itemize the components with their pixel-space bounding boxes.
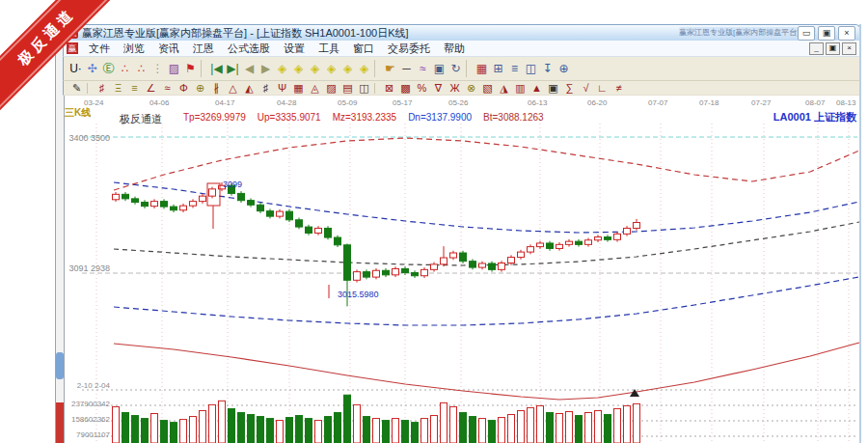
pattern-box-icon[interactable]: ▨ [166,60,182,78]
diamond-cross-icon[interactable]: ◈ [339,60,356,78]
menu-item-1[interactable]: 浏览 [117,42,151,56]
date-tick-08-13: 08-13 [836,98,855,107]
date-tick-08-07: 08-07 [805,98,825,107]
menu-item-2[interactable]: 资讯 [151,42,186,56]
refresh-icon[interactable]: ↻ [448,60,464,78]
wave-tool-icon[interactable]: ≈ [159,82,176,95]
tri-dot-tool-icon[interactable]: ◬ [307,82,323,95]
menu-item-3[interactable]: 江恩 [186,42,221,56]
date-tick-07-07: 07-07 [648,98,667,107]
diamond-left-icon[interactable]: ◈ [274,60,290,78]
minimize-button[interactable]: ▭ [798,26,815,41]
nav-last-icon[interactable]: ▶| [225,60,241,78]
menu-item-4[interactable]: 公式选股 [221,42,277,56]
menu-item-5[interactable]: 设置 [277,42,312,56]
gann-fan-tool-icon[interactable]: Ж [447,82,463,95]
not-equal-tool-icon[interactable]: ≠ [610,82,627,95]
save-disk-icon[interactable]: ◫ [523,60,539,78]
dense-grid-tool-icon[interactable]: ▩ [397,82,414,95]
toolbar-separator [87,83,92,94]
date-tick-04-17: 04-17 [215,98,234,107]
bars-tool-icon[interactable]: ▥ [512,82,529,95]
pencil-tool-icon[interactable]: ✎ [68,82,85,95]
window-controls: ▭▣× [798,26,855,41]
triangle-tool-icon[interactable]: △ [225,82,241,95]
target-box-tool-icon[interactable]: ▣ [545,82,561,95]
circle-x-tool-icon[interactable]: ⊗ [463,82,479,95]
box-x-tool-icon[interactable]: ⊠ [381,82,397,95]
mdi-window-controls: _▣× [809,42,856,55]
hand-pointer-icon[interactable]: ☛ [382,60,398,78]
diamond-compress-icon[interactable]: ◈ [323,60,339,78]
toolbar-separator [201,60,205,77]
pane-label: 三K线 [65,106,91,120]
close-button[interactable]: × [838,26,855,41]
table-grid-icon[interactable]: ⊞ [490,60,506,78]
maximize-button[interactable]: ▣ [818,26,835,41]
indicator-value-0: Tp=3269.9979 [183,112,246,123]
hatch2-tool-icon[interactable]: ▧ [479,82,496,95]
menu-bar: 赢 文件浏览资讯江恩公式选股设置工具窗口交易委托帮助 _▣× [63,41,861,57]
tri-left-tool-icon[interactable]: ◭ [241,82,258,95]
band-tool-icon[interactable]: ▤ [339,82,356,95]
scroll-thumb-blue[interactable] [56,352,64,379]
gann-xi-tool-icon[interactable]: Ξ [110,82,126,95]
diamond-updown-icon[interactable]: ◈ [356,60,372,78]
toolbar-separator [466,60,471,77]
tri-right-tool-icon[interactable]: ◮ [496,82,512,95]
psi-tool-icon[interactable]: Ψ [274,82,290,95]
root-tool-icon[interactable]: √ [578,82,594,95]
sharp-tool-icon[interactable]: ♯ [258,82,274,95]
scroll-mark-red [56,402,64,443]
price-label-1: 3091 2938 [58,263,110,273]
scatter-dots-icon[interactable]: ∴ [117,60,133,78]
diamond-expand-icon[interactable]: ◈ [307,60,323,78]
indicator-label: 极反通道 [120,112,162,126]
window-box-icon[interactable]: ▣ [431,60,448,78]
nav-first-icon[interactable]: |◀ [208,60,225,78]
mdi-minimize-button[interactable]: _ [809,42,824,55]
indicator-value-3: Dn=3137.9900 [408,112,472,123]
circle-e-icon[interactable]: Ⓔ [100,60,117,78]
indicator-u-icon[interactable]: U· [68,60,84,78]
solid-tri-tool-icon[interactable]: ▲ [529,82,545,95]
flag-icon[interactable]: ⚑ [182,60,199,78]
line-segment-icon[interactable]: ─ [398,60,415,78]
angle-tool-icon[interactable]: ∠ [143,82,159,95]
grid-tool-icon[interactable]: ♯ [94,82,110,95]
parallel-tool-icon[interactable]: ∦ [208,82,225,95]
grid-box-tool-icon[interactable]: ▦ [290,82,307,95]
nav-prev-icon[interactable]: ◀ [241,60,258,78]
list-view-icon[interactable]: ≡ [506,60,523,78]
menu-item-7[interactable]: 窗口 [346,42,381,56]
menu-item-9[interactable]: 帮助 [437,42,472,56]
menu-item-0[interactable]: 文件 [82,42,117,56]
mdi-close-button[interactable]: × [842,42,856,55]
menu-item-8[interactable]: 交易委托 [381,42,437,56]
levels-tool-icon[interactable]: ≡ [126,82,143,95]
nav-next-icon[interactable]: ▶ [258,60,274,78]
phi-tool-icon[interactable]: Φ [176,82,192,95]
mdi-restore-button[interactable]: ▣ [826,42,840,55]
sum-tool-icon[interactable]: ∑ [561,82,578,95]
delta-tool-icon[interactable]: ∇ [430,82,447,95]
menu-item-6[interactable]: 工具 [312,42,346,56]
date-tick-05-17: 05-17 [393,98,412,107]
title-ghost-text: 赢家江恩专业版[赢家内部操盘平台] - [上证指数 SH1A0001-100日K… [679,27,816,39]
percent-tool-icon[interactable]: % [414,82,430,95]
drawing-toolbar: ✎♯Ξ≡∠≈Φ⊕∦△◭♯Ψ▦◬▨▤◫⊠▩%∇Ж⊗▧◮▥▲▣∑√∟≠ [63,81,861,96]
hatch-tool-icon[interactable]: ▨ [323,82,339,95]
date-tick-05-09: 05-09 [338,98,357,107]
corner-tool-icon[interactable]: ∟ [594,82,610,95]
split-box-tool-icon[interactable]: ◫ [356,82,372,95]
circle-tool-icon[interactable]: ⊕ [192,82,208,95]
scatter-dots-2-icon[interactable]: ∴ [133,60,149,78]
dots-small-icon[interactable]: ⋮ [149,60,166,78]
pattern-flower-icon[interactable]: ✣ [84,60,100,78]
diamond-right-icon[interactable]: ◈ [290,60,307,78]
settings-plus-icon[interactable]: ⊕ [556,60,572,78]
date-tick-04-06: 04-06 [149,98,169,107]
calendar-icon[interactable]: ▦ [474,60,490,78]
export-icon[interactable]: ↧ [539,60,556,78]
wave-icon[interactable]: ≈ [415,60,431,78]
